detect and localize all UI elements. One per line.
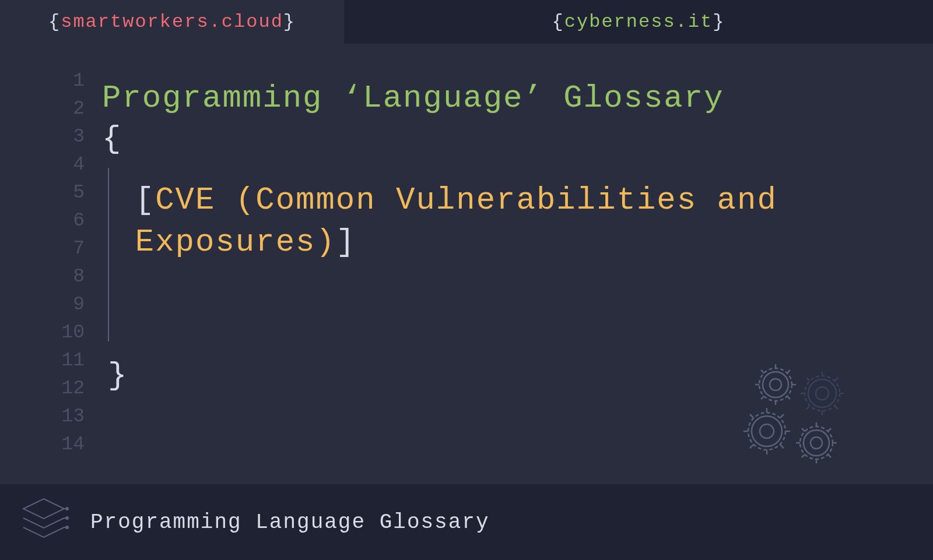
editor-area: 1 2 3 4 5 6 7 8 9 10 11 12 13 14 Program… (0, 44, 933, 484)
svg-marker-44 (23, 499, 64, 519)
term-text: CVE (Common Vulnerabilities and Exposure… (135, 182, 777, 260)
footer-bar: Programming Language Glossary (0, 484, 933, 560)
term-content: [CVE (Common Vulnerabilities and Exposur… (135, 168, 933, 341)
tab-smartworkers[interactable]: {smartworkers.cloud} (0, 0, 344, 44)
svg-line-32 (750, 414, 753, 418)
line-number: 7 (0, 235, 85, 263)
svg-point-35 (811, 437, 822, 449)
line-number: 11 (0, 347, 85, 375)
brace-open: { (552, 11, 564, 33)
glossary-title: Programming ‘Language’ Glossary (102, 79, 933, 118)
line-number: 9 (0, 291, 85, 319)
svg-point-2 (770, 379, 781, 390)
brace-close: } (713, 11, 725, 33)
indent-guide (108, 168, 109, 341)
line-number: 6 (0, 207, 85, 235)
brand-right: cyberness.it (564, 11, 713, 33)
line-number: 3 (0, 123, 85, 151)
svg-point-24 (760, 424, 774, 438)
line-number: 10 (0, 319, 85, 347)
svg-line-30 (750, 445, 753, 448)
svg-point-34 (804, 430, 829, 456)
header-tabs: {smartworkers.cloud} {cyberness.it} (0, 0, 933, 44)
svg-point-11 (805, 376, 840, 411)
svg-line-8 (761, 396, 764, 399)
svg-line-9 (787, 396, 790, 399)
svg-point-22 (748, 413, 785, 450)
svg-line-29 (780, 414, 784, 418)
brace-open: { (48, 11, 61, 33)
svg-line-43 (802, 428, 805, 431)
line-number: 2 (0, 95, 85, 123)
brand-left: smartworkers.cloud (61, 11, 283, 33)
line-number: 13 (0, 403, 85, 431)
code-content: Programming ‘Language’ Glossary { [CVE (… (102, 67, 933, 484)
line-number: 4 (0, 151, 85, 179)
svg-line-10 (761, 370, 764, 373)
line-number: 12 (0, 375, 85, 403)
line-number: 14 (0, 431, 85, 459)
svg-point-23 (752, 416, 782, 446)
svg-line-18 (835, 378, 838, 381)
footer-title: Programming Language Glossary (90, 510, 490, 534)
svg-point-1 (763, 372, 788, 397)
tab-cyberness[interactable]: {cyberness.it} (344, 0, 933, 44)
svg-point-13 (816, 387, 829, 400)
open-brace: { (102, 119, 933, 159)
svg-line-20 (835, 406, 838, 409)
content-block: [CVE (Common Vulnerabilities and Exposur… (108, 168, 933, 341)
gears-icon (735, 355, 869, 472)
svg-line-21 (806, 378, 809, 381)
svg-line-41 (802, 455, 805, 457)
svg-point-12 (808, 379, 836, 407)
bracket-open: [ (135, 182, 155, 218)
line-number: 8 (0, 263, 85, 291)
bracket-close: ] (336, 224, 356, 260)
svg-point-33 (800, 427, 833, 459)
svg-line-31 (780, 445, 784, 448)
line-number: 5 (0, 179, 85, 207)
brace-close: } (283, 11, 296, 33)
svg-line-19 (806, 406, 809, 409)
svg-point-0 (759, 368, 792, 401)
svg-line-40 (828, 428, 831, 431)
svg-line-42 (828, 455, 831, 457)
line-number-gutter: 1 2 3 4 5 6 7 8 9 10 11 12 13 14 (0, 67, 102, 484)
svg-line-7 (787, 370, 790, 373)
layers-icon (17, 496, 70, 548)
line-number: 1 (0, 67, 85, 95)
